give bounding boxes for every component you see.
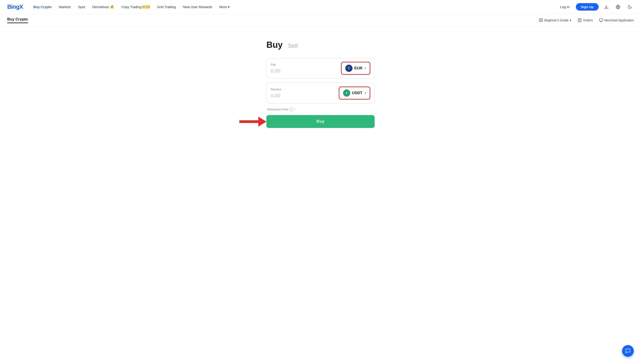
buy-button-row: Buy xyxy=(266,115,375,128)
merchant-icon xyxy=(599,18,603,22)
download-icon[interactable] xyxy=(602,3,610,11)
nav-links: Buy Crypto Markets Spot Derivatives 🔥 Co… xyxy=(30,3,558,11)
reference-price-row: Reference Price i -- xyxy=(266,108,375,111)
pay-field-card: Pay 0.00 € EUR ▾ xyxy=(266,58,375,78)
copy-trading-label: Copy Trading xyxy=(122,5,142,9)
language-icon[interactable] xyxy=(614,3,622,11)
pay-field-left: Pay 0.00 xyxy=(271,63,280,74)
nav-item-copy-trading[interactable]: Copy Trading NEW xyxy=(118,3,153,10)
main-content: Buy Sell Pay 0.00 € EUR ▾ Receive 0.00 xyxy=(0,26,641,142)
logo[interactable]: BingX xyxy=(7,4,23,10)
logo-text: BingX xyxy=(7,4,23,10)
orders-icon xyxy=(578,18,582,22)
nav-item-more[interactable]: More ▾ xyxy=(216,3,233,11)
receive-input[interactable]: 0.00 xyxy=(271,93,281,99)
usdt-chevron-icon: ▾ xyxy=(365,92,366,94)
svg-rect-4 xyxy=(599,19,603,21)
book-icon xyxy=(539,18,543,22)
arrow-head-icon xyxy=(258,117,266,126)
usdt-currency-name: USDT xyxy=(352,91,362,95)
eur-chevron-icon: ▾ xyxy=(365,67,366,70)
subheader: Buy Crypto Beginner's Guide ▾ Orders Mer… xyxy=(0,14,641,26)
copy-trading-badge: NEW xyxy=(143,6,150,8)
nav-item-spot[interactable]: Spot xyxy=(75,3,88,10)
trade-panel: Buy Sell Pay 0.00 € EUR ▾ Receive 0.00 xyxy=(266,40,375,128)
pay-label: Pay xyxy=(271,63,280,66)
buy-sell-tabs: Buy Sell xyxy=(266,40,375,50)
reference-price-label: Reference Price xyxy=(267,108,288,111)
reference-price-value: -- xyxy=(295,108,297,111)
usdt-icon: T xyxy=(343,90,350,97)
receive-field-left: Receive 0.00 xyxy=(271,88,281,99)
nav-item-markets[interactable]: Markets xyxy=(56,3,74,10)
eur-currency-name: EUR xyxy=(354,66,362,70)
nav-item-buy-crypto[interactable]: Buy Crypto xyxy=(30,3,55,10)
more-chevron-icon: ▾ xyxy=(228,5,230,9)
subheader-right: Beginner's Guide ▾ Orders Merchant Appli… xyxy=(539,18,634,22)
nav-right: Log In Sign Up xyxy=(558,3,634,11)
eur-currency-selector[interactable]: € EUR ▾ xyxy=(341,62,370,75)
usdt-currency-selector[interactable]: T USDT ▾ xyxy=(339,86,370,100)
signup-button[interactable]: Sign Up xyxy=(576,3,599,10)
nav-item-new-user-rewards[interactable]: New User Rewards xyxy=(180,3,215,10)
receive-field-card: Receive 0.00 T USDT ▾ xyxy=(266,83,375,104)
login-button[interactable]: Log In xyxy=(558,4,572,10)
eur-icon: € xyxy=(345,65,352,72)
dark-mode-icon[interactable] xyxy=(626,3,634,11)
merchant-application-link[interactable]: Merchant Application xyxy=(599,18,634,22)
page-title: Buy Crypto xyxy=(7,17,28,23)
arrow-body xyxy=(239,120,258,123)
sell-tab[interactable]: Sell xyxy=(288,42,298,49)
navbar: BingX Buy Crypto Markets Spot Derivative… xyxy=(0,0,641,14)
beginners-guide-chevron-icon: ▾ xyxy=(570,18,571,22)
receive-label: Receive xyxy=(271,88,281,91)
nav-item-derivatives[interactable]: Derivatives 🔥 xyxy=(89,3,117,11)
beginners-guide-link[interactable]: Beginner's Guide ▾ xyxy=(539,18,571,22)
orders-link[interactable]: Orders xyxy=(578,18,593,22)
nav-item-grid-trading[interactable]: Grid Trading xyxy=(154,3,179,10)
pay-input[interactable]: 0.00 xyxy=(271,68,280,74)
buy-button[interactable]: Buy xyxy=(266,115,375,128)
buy-tab[interactable]: Buy xyxy=(266,40,283,50)
arrow-indicator xyxy=(239,117,266,126)
reference-price-info-icon[interactable]: i xyxy=(290,108,293,111)
